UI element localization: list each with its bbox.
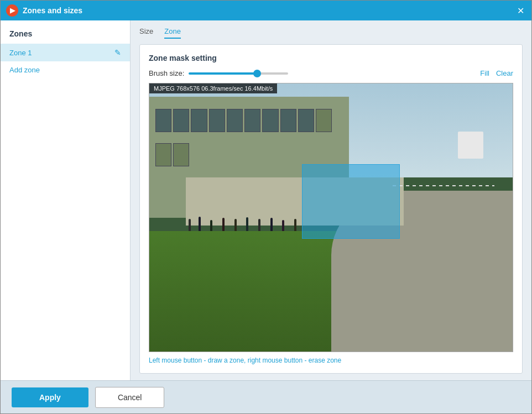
person-silhouette xyxy=(282,220,284,231)
bottom-bar: Apply Cancel xyxy=(1,380,531,413)
window xyxy=(262,109,278,132)
person-silhouette xyxy=(270,218,273,231)
van xyxy=(458,132,483,159)
close-button[interactable]: ✕ xyxy=(515,5,526,16)
person-silhouette xyxy=(199,217,201,231)
zone-1-item[interactable]: Zone 1 ✎ xyxy=(1,44,130,61)
camera-container[interactable]: MJPEG 768x576 06.3frames/sec 16.4Mbit/s xyxy=(149,83,513,352)
window xyxy=(227,109,243,132)
cancel-button[interactable]: Cancel xyxy=(95,387,165,408)
window xyxy=(155,143,171,166)
person-silhouette xyxy=(234,219,237,231)
person-silhouette xyxy=(210,220,212,231)
window xyxy=(280,109,296,132)
window xyxy=(209,109,225,132)
fence xyxy=(393,185,494,186)
person-silhouette xyxy=(222,218,225,231)
window xyxy=(298,109,314,132)
window xyxy=(155,109,171,132)
zone-1-label: Zone 1 xyxy=(9,49,32,57)
main-content: Zones Zone 1 ✎ Add zone Size Zone Zone m… xyxy=(1,20,531,380)
window-title: Zones and sizes xyxy=(23,6,82,15)
camera-info-overlay: MJPEG 768x576 06.3frames/sec 16.4Mbit/s xyxy=(149,83,277,93)
titlebar: ▶ Zones and sizes ✕ xyxy=(1,1,531,20)
people-area xyxy=(179,177,378,231)
fill-clear-row: Fill Clear xyxy=(480,69,513,77)
window xyxy=(191,109,207,132)
person-silhouette xyxy=(258,219,260,231)
brush-actions-row: Brush size: Fill Clear xyxy=(149,69,513,77)
zone-mask-title: Zone mask setting xyxy=(149,54,513,62)
edit-icon: ✎ xyxy=(114,48,121,57)
content-box: Zone mask setting Brush size: Fill Clear xyxy=(139,44,523,374)
window xyxy=(173,143,189,166)
clear-link[interactable]: Clear xyxy=(496,69,513,77)
person-silhouette xyxy=(294,219,296,231)
window xyxy=(316,109,332,132)
apply-button[interactable]: Apply xyxy=(12,387,88,407)
main-window: ▶ Zones and sizes ✕ Zones Zone 1 ✎ Add z… xyxy=(0,0,532,414)
fill-link[interactable]: Fill xyxy=(480,69,489,77)
tabs-container: Size Zone xyxy=(139,27,523,39)
tab-size[interactable]: Size xyxy=(139,27,153,39)
brush-size-slider[interactable] xyxy=(189,72,288,75)
window xyxy=(173,109,189,132)
brush-left: Brush size: xyxy=(149,69,260,77)
sidebar: Zones Zone 1 ✎ Add zone xyxy=(1,20,131,380)
tab-zone[interactable]: Zone xyxy=(164,27,181,39)
right-panel: Size Zone Zone mask setting Brush size: … xyxy=(131,20,531,380)
window xyxy=(244,109,260,132)
camera-feed: MJPEG 768x576 06.3frames/sec 16.4Mbit/s xyxy=(149,83,513,352)
person-silhouette xyxy=(246,217,248,231)
sidebar-title: Zones xyxy=(1,29,130,44)
person-silhouette xyxy=(189,219,191,231)
app-icon: ▶ xyxy=(6,4,18,17)
add-zone-link[interactable]: Add zone xyxy=(1,61,130,78)
brush-label: Brush size: xyxy=(149,69,184,77)
hint-text: Left mouse button - draw a zone, right m… xyxy=(149,357,513,364)
